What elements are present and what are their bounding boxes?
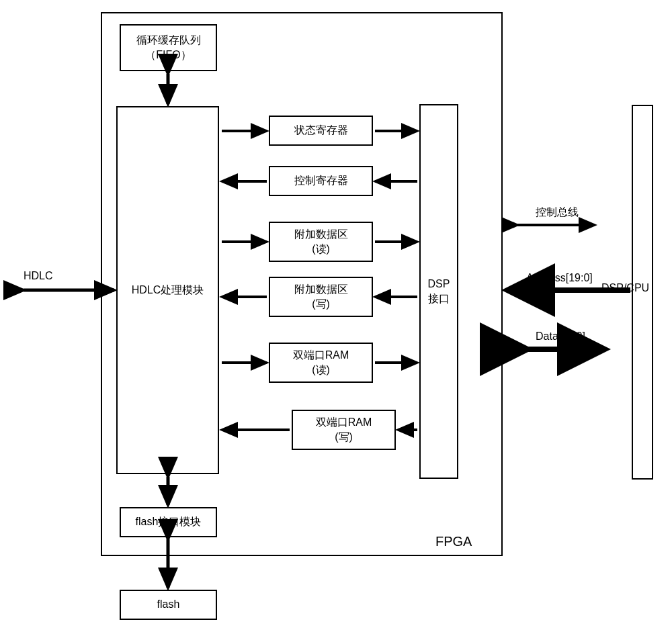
address-bus-label: Address[19:0]	[526, 272, 593, 284]
dpram-write-box: 双端口RAM (写)	[292, 410, 396, 450]
extra-read-text2: (读)	[312, 242, 330, 257]
flash-interface-box: flash接口模块	[120, 507, 217, 537]
dsp-interface-text2: 接口	[428, 291, 450, 306]
extra-data-read-box: 附加数据区 (读)	[269, 222, 373, 262]
dsp-cpu-label: DSP/CPU	[601, 282, 649, 294]
extra-write-text1: 附加数据区	[294, 282, 348, 297]
dpram-read-box: 双端口RAM (读)	[269, 343, 373, 383]
extra-data-write-box: 附加数据区 (写)	[269, 277, 373, 317]
fifo-box: 循环缓存队列 （FIFO）	[120, 24, 217, 71]
flash-box: flash	[120, 590, 217, 620]
hdlc-external-label: HDLC	[24, 270, 53, 282]
diagram-canvas: FPGA 循环缓存队列 （FIFO） HDLC处理模块 flash接口模块 fl…	[0, 0, 672, 632]
dsp-interface-box: DSP 接口	[419, 104, 458, 479]
dpram-read-text2: (读)	[312, 363, 330, 377]
extra-write-text2: (写)	[312, 297, 330, 312]
extra-read-text1: 附加数据区	[294, 227, 348, 242]
control-bus-label: 控制总线	[536, 206, 579, 220]
fpga-label: FPGA	[435, 534, 472, 549]
status-register-box: 状态寄存器	[269, 116, 373, 146]
dpram-write-text2: (写)	[335, 430, 353, 445]
control-register-box: 控制寄存器	[269, 166, 373, 196]
hdlc-module-box: HDLC处理模块	[116, 106, 219, 474]
dpram-read-text1: 双端口RAM	[293, 348, 349, 363]
dsp-interface-text1: DSP	[428, 277, 450, 291]
data-bus-label: Data[15:0]	[536, 330, 585, 343]
dpram-write-text1: 双端口RAM	[316, 415, 372, 430]
